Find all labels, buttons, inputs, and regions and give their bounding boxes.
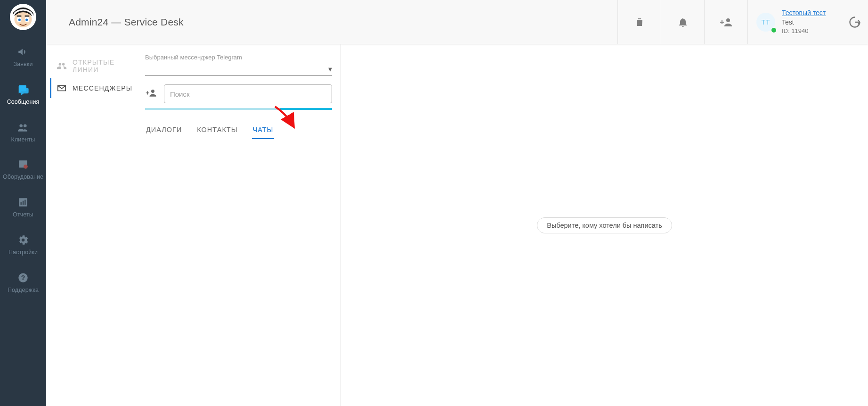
sidebar-item-label: Клиенты [11, 137, 35, 143]
mail-outline-icon [57, 83, 67, 93]
empty-state-chip: Выберите, кому хотели бы написать [537, 217, 672, 233]
user-id: ID: 11940 [782, 27, 826, 36]
svg-point-19 [151, 90, 154, 93]
messenger-selector-label: Выбранный мессенджер Telegram [145, 54, 332, 62]
sidebar-item-messages[interactable]: Сообщения [0, 75, 46, 112]
chevron-down-icon: ▾ [328, 65, 332, 74]
channel-menu: ОТКРЫТЫЕ ЛИНИИ МЕССЕНДЖЕРЫ [46, 44, 145, 406]
messenger-selector[interactable]: ▾ [145, 62, 332, 76]
person-add-icon [719, 17, 733, 28]
avatar[interactable] [10, 4, 36, 30]
logout-button[interactable] [842, 0, 868, 44]
sidebar-item-label: Заявки [14, 61, 33, 68]
conversation-tabs: ДИАЛОГИ КОНТАКТЫ ЧАТЫ [145, 123, 332, 139]
trash-icon [634, 17, 645, 28]
loading-progress [145, 108, 332, 110]
delete-button[interactable] [617, 0, 661, 44]
svg-rect-15 [24, 200, 25, 205]
user-block[interactable]: ТТ Тестовый тест Test ID: 11940 [747, 0, 842, 44]
clients-icon [16, 121, 30, 134]
sidebar-item-label: Оборудование [3, 174, 43, 181]
sidebar-item-label: Сообщения [7, 99, 40, 106]
cartoon-face-icon [10, 4, 36, 30]
svg-point-5 [25, 18, 28, 21]
notifications-button[interactable] [661, 0, 704, 44]
sidebar-item-label: Настройки [8, 249, 38, 256]
channel-open-lines[interactable]: ОТКРЫТЫЕ ЛИНИИ [50, 54, 145, 78]
svg-point-3 [18, 18, 21, 21]
user-initials: ТТ [761, 18, 770, 26]
svg-rect-14 [23, 201, 24, 205]
tab-contacts[interactable]: КОНТАКТЫ [196, 123, 238, 139]
channel-messengers[interactable]: МЕССЕНДЖЕРЫ [50, 78, 145, 98]
search-input[interactable] [164, 84, 332, 103]
svg-rect-6 [17, 16, 22, 17]
chat-area: Выберите, кому хотели бы написать [341, 44, 868, 406]
chat-bubbles-icon [16, 83, 30, 96]
person-add-icon [145, 88, 157, 98]
help-icon: ? [16, 271, 30, 284]
svg-rect-7 [24, 16, 29, 17]
online-status-dot [771, 28, 776, 33]
svg-point-18 [726, 18, 730, 22]
reports-icon [16, 196, 30, 209]
sidebar-item-equipment[interactable]: Оборудование [0, 149, 46, 187]
sidebar: Заявки Сообщения Клиенты Оборудование От… [0, 0, 46, 406]
sidebar-item-label: Поддержка [8, 287, 39, 294]
tab-chats[interactable]: ЧАТЫ [252, 123, 275, 139]
sidebar-item-clients[interactable]: Клиенты [0, 112, 46, 150]
user-company: Test [782, 17, 826, 27]
svg-point-8 [19, 124, 23, 127]
logout-icon [848, 16, 861, 29]
sidebar-item-reports[interactable]: Отчеты [0, 187, 46, 225]
people-outline-icon [57, 61, 67, 71]
svg-point-11 [24, 165, 28, 169]
gear-icon [16, 233, 30, 247]
sidebar-item-settings[interactable]: Настройки [0, 225, 46, 263]
conversations-panel: Выбранный мессенджер Telegram ▾ ДИАЛОГИ … [145, 44, 341, 406]
sidebar-item-label: Отчеты [13, 212, 33, 218]
user-avatar: ТТ [756, 13, 775, 32]
channel-label: МЕССЕНДЖЕРЫ [73, 84, 132, 92]
svg-rect-13 [21, 202, 22, 205]
equipment-icon [16, 158, 30, 171]
bell-icon [677, 17, 689, 28]
add-contact-button[interactable] [145, 88, 157, 100]
user-name-link[interactable]: Тестовый тест [782, 8, 826, 17]
megaphone-icon [16, 45, 30, 58]
sidebar-item-support[interactable]: ? Поддержка [0, 263, 46, 300]
channel-label: ОТКРЫТЫЕ ЛИНИИ [73, 58, 138, 74]
header: Admin24 — Service Desk ТТ Тестовый тест … [46, 0, 868, 44]
sidebar-item-tickets[interactable]: Заявки [0, 37, 46, 75]
svg-text:?: ? [21, 274, 25, 282]
tab-dialogs[interactable]: ДИАЛОГИ [145, 123, 183, 139]
add-user-button[interactable] [704, 0, 747, 44]
svg-point-9 [24, 124, 27, 127]
user-text: Тестовый тест Test ID: 11940 [782, 8, 826, 36]
page-title: Admin24 — Service Desk [69, 17, 184, 28]
